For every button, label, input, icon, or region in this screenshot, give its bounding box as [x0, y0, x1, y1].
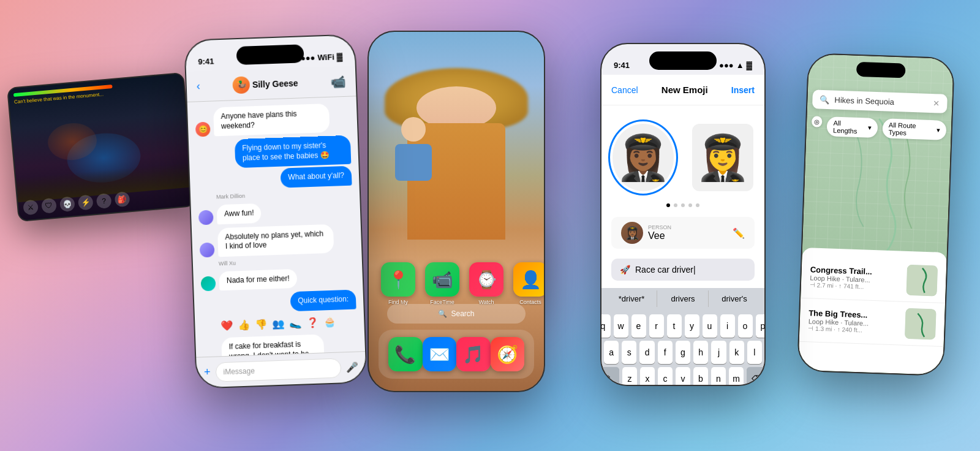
msg-sender-will: Will Xu: [219, 256, 355, 267]
app-facetime[interactable]: 📹 FaceTime: [425, 262, 459, 305]
avatar-option-2[interactable]: 👩‍✈️: [692, 124, 753, 191]
react-haha[interactable]: 👥: [272, 318, 285, 330]
key-b[interactable]: b: [693, 367, 708, 385]
key-shift[interactable]: ⇧: [601, 367, 619, 385]
video-call-icon[interactable]: 📹: [330, 74, 346, 89]
app-watch[interactable]: ⌚ Watch: [469, 262, 503, 305]
key-z[interactable]: z: [622, 367, 637, 385]
app-watch-icon: ⌚: [469, 262, 503, 297]
avatar-option-1[interactable]: 👩🏾‍✈️: [612, 124, 674, 191]
dock-compass-icon[interactable]: 🧭: [491, 337, 525, 371]
key-x[interactable]: x: [640, 367, 655, 385]
game-icon-6: 🎒: [115, 191, 130, 207]
home-app-grid: 📍 Find My 📹 FaceTime ⌚ Watch 👤 Contacts: [369, 262, 544, 305]
messages-time: 9:41: [198, 56, 214, 66]
maps-close-icon[interactable]: ✕: [933, 99, 940, 108]
home-dock: 📞 ✉️ 🎵 🧭: [379, 330, 534, 379]
react-thumbup[interactable]: 👍: [238, 319, 251, 332]
emoji-text-field[interactable]: 🚀 Race car driver|: [611, 259, 755, 281]
filter-length-chevron: ▾: [868, 124, 872, 132]
contact-info: 🦆 Silly Geese: [232, 74, 298, 94]
key-n[interactable]: n: [711, 367, 726, 385]
phone-home: 📍 Find My 📹 FaceTime ⌚ Watch 👤 Contacts …: [368, 31, 545, 392]
svg-rect-2: [906, 265, 938, 297]
key-c[interactable]: c: [658, 367, 673, 385]
app-contacts[interactable]: 👤 Contacts: [513, 262, 544, 305]
react-heart[interactable]: ❤️: [221, 319, 233, 332]
dock-phone-icon[interactable]: 📞: [388, 337, 423, 371]
keyboard-area: q w e r t y u i o p a s d f g h: [601, 309, 764, 385]
game-icon-1: ⚔: [23, 199, 39, 215]
game-icon-2: 🛡: [41, 198, 57, 214]
autocomplete-3[interactable]: driver's: [709, 290, 760, 307]
key-k[interactable]: k: [729, 341, 744, 364]
emoji-header: Cancel New Emoji Insert: [601, 75, 764, 105]
game-icon-4: ⚡: [78, 195, 94, 211]
mic-input-icon[interactable]: 🎤: [346, 361, 359, 373]
dock-mail-icon[interactable]: ✉️: [423, 337, 457, 371]
back-button[interactable]: ‹: [196, 80, 200, 93]
key-f[interactable]: f: [658, 341, 673, 364]
phone-maps: 🔍 Hikes in Sequoia ✕ ◎ All Lengths ▾ All…: [797, 53, 955, 376]
emoji-page-dots: [601, 203, 764, 207]
cancel-button[interactable]: Cancel: [611, 85, 638, 95]
trail-1-thumb: [906, 265, 938, 297]
home-search-bar[interactable]: 🔍 Search: [387, 304, 526, 324]
key-s[interactable]: s: [622, 341, 636, 364]
trail-2-stats: ⊣ 1.3 mi · ↑ 240 ft...: [808, 325, 869, 333]
autocomplete-1[interactable]: *driver*: [606, 290, 657, 307]
key-r[interactable]: r: [649, 314, 664, 338]
maps-search-icon: 🔍: [820, 95, 830, 105]
insert-button[interactable]: Insert: [731, 85, 755, 95]
key-m[interactable]: m: [729, 367, 744, 385]
trail-1-stats: ⊣ 2.7 mi · ↑ 741 ft...: [810, 281, 872, 290]
message-input-field[interactable]: iMessage: [215, 358, 341, 382]
msg-row-1: 😊 Anyone have plans this weekend?: [195, 103, 350, 137]
react-exclaim[interactable]: 🥿: [289, 317, 302, 330]
phone-emoji: 9:41 ●●● ▲ ▓ Cancel New Emoji Insert 👩🏾‍…: [600, 43, 766, 386]
filter-length[interactable]: All Lengths ▾: [827, 116, 878, 138]
app-findmy[interactable]: 📍 Find My: [381, 262, 415, 305]
dynamic-island: [236, 44, 304, 65]
dot-2: [674, 203, 677, 207]
msg-row-2: Aww fun!: [198, 200, 353, 225]
msg-avatar-4: [201, 276, 216, 292]
react-thumbdown[interactable]: 👎: [255, 319, 268, 331]
maps-search-bar[interactable]: 🔍 Hikes in Sequoia ✕: [812, 89, 948, 113]
location-button[interactable]: ◎: [812, 116, 823, 127]
autocomplete-2[interactable]: drivers: [658, 290, 709, 307]
key-j[interactable]: j: [711, 341, 726, 364]
trail-item-1[interactable]: Congress Trail... Loop Hike · Tulare... …: [801, 255, 946, 303]
key-y[interactable]: y: [685, 314, 699, 338]
react-more[interactable]: 🧁: [323, 316, 336, 328]
key-h[interactable]: h: [693, 341, 708, 364]
key-delete[interactable]: ⌫: [747, 367, 764, 385]
messages-screen: 9:41 ●●● WiFi ▓ ‹ 🦆 Silly Geese 📹: [185, 35, 366, 387]
key-w[interactable]: w: [614, 314, 628, 338]
key-l[interactable]: l: [747, 341, 762, 364]
key-v[interactable]: v: [676, 367, 690, 385]
dock-music-icon[interactable]: 🎵: [456, 337, 491, 371]
new-emoji-title: New Emoji: [662, 85, 708, 95]
key-u[interactable]: u: [703, 314, 717, 338]
edit-person-icon[interactable]: ✏️: [733, 227, 745, 239]
msg-bubble-3: What about y'all?: [281, 166, 352, 188]
trail-item-2[interactable]: The Big Trees... Loop Hike · Tulare... ⊣…: [799, 298, 945, 347]
key-i[interactable]: i: [720, 314, 735, 338]
key-p[interactable]: p: [756, 314, 765, 338]
key-o[interactable]: o: [738, 314, 753, 338]
autocomplete-bar: *driver* drivers driver's: [601, 288, 764, 309]
msg-add-button[interactable]: +: [204, 366, 211, 379]
key-e[interactable]: e: [631, 314, 646, 338]
filter-route-types[interactable]: All Route Types ▾: [882, 118, 946, 140]
key-a[interactable]: a: [604, 341, 619, 364]
trail-1-info: Congress Trail... Loop Hike · Tulare... …: [810, 265, 872, 290]
react-question[interactable]: ❓: [306, 317, 319, 329]
tablet-screen: Can't believe that was in the monument..…: [8, 74, 194, 221]
maps-results-panel: Congress Trail... Loop Hike · Tulare... …: [798, 248, 947, 375]
key-d[interactable]: d: [639, 341, 654, 364]
key-t[interactable]: t: [667, 314, 682, 338]
person-photo: [395, 68, 518, 240]
key-g[interactable]: g: [676, 341, 690, 364]
key-q[interactable]: q: [601, 314, 611, 338]
